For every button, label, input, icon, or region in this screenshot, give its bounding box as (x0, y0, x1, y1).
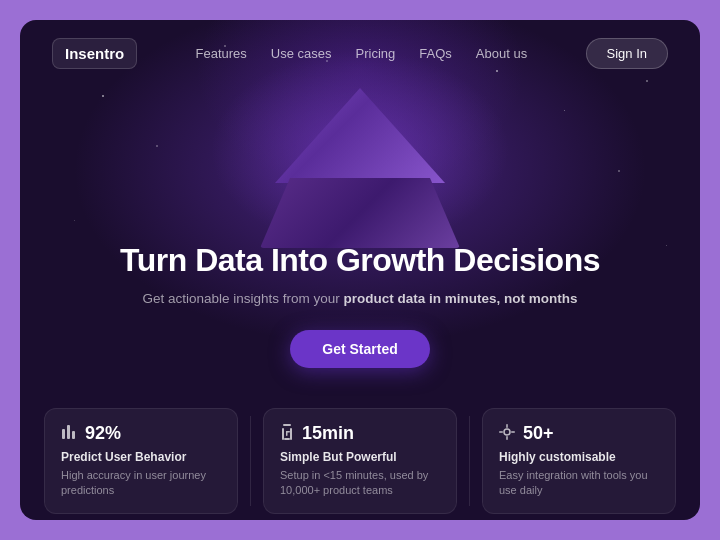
stat-value-0: 92% (85, 423, 121, 444)
svg-rect-11 (506, 436, 508, 440)
stat-card-0: 92% Predict User Behavior High accuracy … (44, 408, 238, 514)
svg-rect-10 (506, 424, 508, 428)
divider-1 (250, 416, 251, 506)
diamond-bottom (260, 178, 460, 248)
app-frame: Insentro Features Use cases Pricing FAQs… (20, 20, 700, 520)
svg-rect-13 (511, 431, 515, 433)
stat-card-1: 15min Simple But Powerful Setup in <15 m… (263, 408, 457, 514)
nav-links: Features Use cases Pricing FAQs About us (196, 46, 528, 61)
stat-header-2: 50+ (499, 423, 659, 444)
stat-header-1: 15min (280, 423, 440, 444)
divider-2 (469, 416, 470, 506)
nav-faqs[interactable]: FAQs (419, 46, 452, 61)
get-started-button[interactable]: Get Started (290, 330, 429, 368)
stat-title-1: Simple But Powerful (280, 450, 440, 464)
nav-use-cases[interactable]: Use cases (271, 46, 332, 61)
stat-header-0: 92% (61, 423, 221, 444)
stat-title-0: Predict User Behavior (61, 450, 221, 464)
svg-point-9 (504, 429, 510, 435)
svg-rect-12 (499, 431, 503, 433)
chart-icon (61, 425, 77, 442)
hero-subtitle-plain: Get actionable insights from your (142, 291, 343, 306)
hero-graphic (250, 88, 470, 248)
logo: Insentro (52, 38, 137, 69)
svg-rect-1 (67, 425, 70, 439)
svg-rect-5 (290, 428, 292, 440)
hero-subtitle: Get actionable insights from your produc… (60, 291, 660, 306)
diamond-top (275, 88, 445, 183)
svg-rect-6 (284, 438, 290, 440)
stat-desc-0: High accuracy in user journey prediction… (61, 468, 221, 499)
navbar: Insentro Features Use cases Pricing FAQs… (20, 20, 700, 87)
clock-icon (280, 424, 294, 443)
stat-value-1: 15min (302, 423, 354, 444)
stat-value-2: 50+ (523, 423, 554, 444)
nav-about[interactable]: About us (476, 46, 527, 61)
svg-rect-2 (72, 431, 75, 439)
stat-desc-2: Easy integration with tools you use dail… (499, 468, 659, 499)
nav-pricing[interactable]: Pricing (356, 46, 396, 61)
hero-title: Turn Data Into Growth Decisions (60, 242, 660, 279)
stats-row: 92% Predict User Behavior High accuracy … (20, 388, 700, 520)
nav-features[interactable]: Features (196, 46, 247, 61)
svg-rect-3 (283, 424, 291, 426)
hero-subtitle-bold: product data in minutes, not months (344, 291, 578, 306)
tool-icon (499, 424, 515, 443)
hero-section: Turn Data Into Growth Decisions Get acti… (20, 242, 700, 368)
sign-in-button[interactable]: Sign In (586, 38, 668, 69)
svg-rect-0 (62, 429, 65, 439)
stat-card-2: 50+ Highly customisable Easy integration… (482, 408, 676, 514)
stat-title-2: Highly customisable (499, 450, 659, 464)
svg-rect-4 (282, 428, 284, 440)
stat-desc-1: Setup in <15 minutes, used by 10,000+ pr… (280, 468, 440, 499)
svg-rect-8 (286, 431, 290, 433)
hero-content: Turn Data Into Growth Decisions Get acti… (60, 242, 660, 368)
